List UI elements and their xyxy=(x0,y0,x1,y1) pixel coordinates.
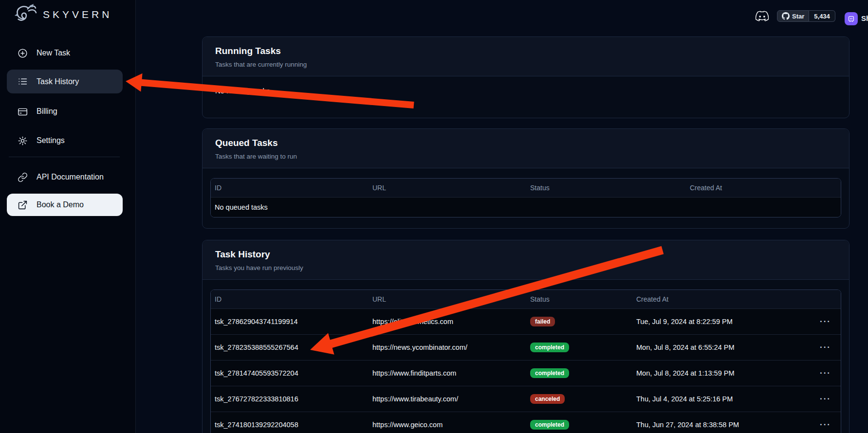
history-table-header-row: IDURLStatusCreated At xyxy=(211,290,841,309)
running-tasks-card: Running Tasks Tasks that are currently r… xyxy=(202,36,850,118)
column-header-created-at: Created At xyxy=(632,290,787,309)
history-table-body: tsk_278629043741199914https://elitecosme… xyxy=(211,309,841,433)
status-badge: completed xyxy=(530,420,569,430)
queued-tasks-card: Queued Tasks Tasks that are waiting to r… xyxy=(202,128,850,229)
status-badge: failed xyxy=(530,317,555,326)
row-actions-ellipsis-button[interactable]: ··· xyxy=(787,335,841,361)
sidebar-item-label: Book a Demo xyxy=(37,200,84,209)
book-a-demo-button[interactable]: Book a Demo xyxy=(7,194,123,216)
column-header-url: URL xyxy=(369,179,526,198)
github-star-button[interactable]: Star xyxy=(777,10,809,22)
status-badge: completed xyxy=(530,343,569,352)
task-url-cell: https://elitecosmetics.com xyxy=(369,309,526,335)
task-history-header: Task History Tasks you have run previous… xyxy=(203,240,849,280)
status-badge: completed xyxy=(530,368,569,378)
column-header-id: ID xyxy=(211,179,369,198)
task-url-cell: https://news.ycombinator.com/ xyxy=(369,335,526,361)
avatar[interactable] xyxy=(845,12,858,25)
sidebar-item-label: Billing xyxy=(37,107,57,116)
status-badge: canceled xyxy=(530,394,565,404)
task-history-row[interactable]: tsk_274180139292204058https://www.geico.… xyxy=(211,412,841,433)
task-status-cell: completed xyxy=(526,412,632,433)
credit-card-icon xyxy=(18,107,28,117)
sidebar-item-label: Task History xyxy=(37,77,79,86)
sidebar-item-label: Settings xyxy=(37,136,65,145)
task-url-cell: https://www.finditparts.com xyxy=(369,361,526,386)
task-history-card: Task History Tasks you have run previous… xyxy=(202,240,850,433)
task-id-cell: tsk_274180139292204058 xyxy=(211,412,369,433)
card-subtitle: Tasks you have run previously xyxy=(215,264,836,271)
card-title: Queued Tasks xyxy=(215,138,836,148)
sidebar-item-billing[interactable]: Billing xyxy=(7,100,123,123)
link-icon xyxy=(18,172,28,182)
task-status-cell: completed xyxy=(526,335,632,361)
running-tasks-header: Running Tasks Tasks that are currently r… xyxy=(203,37,849,76)
sidebar-item-settings[interactable]: Settings xyxy=(7,129,123,152)
task-id-cell: tsk_278147405593572204 xyxy=(211,361,369,386)
queued-table-header-row: IDURLStatusCreated At xyxy=(211,179,841,198)
task-created-at-cell: Thu, Jun 27, 2024 at 8:38:58 PM xyxy=(632,412,787,433)
task-history-row[interactable]: tsk_276727822333810816https://www.tirabe… xyxy=(211,386,841,412)
task-url-cell: https://www.geico.com xyxy=(369,412,526,433)
task-created-at-cell: Mon, Jul 8, 2024 at 6:55:24 PM xyxy=(632,335,787,361)
task-status-cell: canceled xyxy=(526,386,632,412)
skyvern-app: { "brand": { "name": "SKYVERN", "logo_ic… xyxy=(0,0,868,433)
sidebar-divider xyxy=(9,157,120,157)
column-header-created-at: Created At xyxy=(686,179,841,198)
column-header-url: URL xyxy=(369,290,526,309)
task-created-at-cell: Tue, Jul 9, 2024 at 8:22:59 PM xyxy=(632,309,787,335)
task-history-row[interactable]: tsk_278235388555267564https://news.ycomb… xyxy=(211,335,841,361)
card-title: Task History xyxy=(215,249,836,260)
sidebar-item-label: API Documentation xyxy=(37,173,104,181)
queued-empty-state: No queued tasks xyxy=(211,198,841,217)
external-link-icon xyxy=(18,200,28,210)
topbar: Star 5,434 Sh xyxy=(0,0,868,27)
sidebar-item-task-history[interactable]: Task History xyxy=(7,70,123,93)
robot-avatar-icon xyxy=(847,15,855,23)
task-id-cell: tsk_278235388555267564 xyxy=(211,335,369,361)
task-history-row[interactable]: tsk_278147405593572204https://www.findit… xyxy=(211,361,841,386)
plus-circle-icon xyxy=(18,48,28,58)
column-header-status: Status xyxy=(526,290,632,309)
user-name-fragment[interactable]: Sh xyxy=(861,14,868,22)
sidebar-item-api-documentation[interactable]: API Documentation xyxy=(7,166,123,188)
running-tasks-empty-state: No running tasks xyxy=(203,76,849,105)
column-header-actions xyxy=(787,290,841,309)
github-icon xyxy=(782,12,790,20)
discord-icon[interactable] xyxy=(755,10,770,22)
queued-tasks-table: IDURLStatusCreated At No queued tasks xyxy=(210,178,841,217)
gear-icon xyxy=(18,136,28,146)
task-created-at-cell: Thu, Jul 4, 2024 at 5:25:16 PM xyxy=(632,386,787,412)
task-url-cell: https://www.tirabeauty.com/ xyxy=(369,386,526,412)
task-created-at-cell: Mon, Jul 8, 2024 at 1:13:59 PM xyxy=(632,361,787,386)
row-actions-ellipsis-button[interactable]: ··· xyxy=(787,309,841,335)
task-id-cell: tsk_276727822333810816 xyxy=(211,386,369,412)
card-title: Running Tasks xyxy=(215,46,836,56)
task-status-cell: completed xyxy=(526,361,632,386)
row-actions-ellipsis-button[interactable]: ··· xyxy=(787,361,841,386)
task-id-cell: tsk_278629043741199914 xyxy=(211,309,369,335)
card-subtitle: Tasks that are waiting to run xyxy=(215,153,836,160)
queued-empty-row: No queued tasks xyxy=(211,198,841,217)
list-icon xyxy=(18,76,28,87)
column-header-status: Status xyxy=(526,179,686,198)
sidebar-item-label: New Task xyxy=(37,49,70,57)
github-star-count[interactable]: 5,434 xyxy=(809,10,835,22)
row-actions-ellipsis-button[interactable]: ··· xyxy=(787,386,841,412)
card-subtitle: Tasks that are currently running xyxy=(215,61,836,68)
row-actions-ellipsis-button[interactable]: ··· xyxy=(787,412,841,433)
sidebar: SKYVERN New Task Task History Billing Se… xyxy=(0,0,136,433)
task-history-row[interactable]: tsk_278629043741199914https://elitecosme… xyxy=(211,309,841,335)
task-status-cell: failed xyxy=(526,309,632,335)
github-star-label: Star xyxy=(792,13,804,20)
sidebar-item-new-task[interactable]: New Task xyxy=(7,42,123,64)
task-history-table: IDURLStatusCreated At tsk_27862904374119… xyxy=(210,289,841,433)
queued-tasks-header: Queued Tasks Tasks that are waiting to r… xyxy=(203,129,849,168)
github-star-widget[interactable]: Star 5,434 xyxy=(777,10,835,22)
column-header-id: ID xyxy=(211,290,369,309)
